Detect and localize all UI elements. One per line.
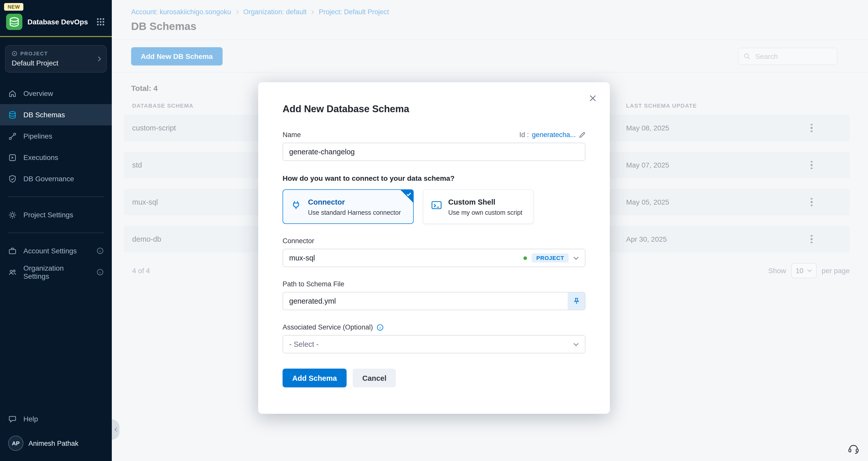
edit-id-icon[interactable] — [579, 131, 585, 138]
sidebar-item-db-governance[interactable]: DB Governance — [0, 168, 112, 189]
custom-shell-card-subtitle: Use my own custom script — [448, 209, 522, 216]
project-name: Default Project — [12, 59, 100, 67]
cancel-button[interactable]: Cancel — [353, 369, 396, 387]
avatar: AP — [8, 436, 23, 451]
sidebar-divider — [8, 233, 104, 233]
sidebar-item-project-settings[interactable]: Project Settings — [0, 204, 112, 225]
schema-id: Id : generatecha... — [519, 131, 585, 139]
sidebar-nav: Overview DB Schemas Pipelines Executions… — [0, 83, 112, 189]
modal-title: Add New Database Schema — [283, 104, 585, 115]
project-scope-label: PROJECT — [12, 51, 100, 56]
sidebar-item-overview[interactable]: Overview — [0, 83, 112, 104]
id-prefix: Id : — [519, 131, 529, 139]
terminal-icon — [431, 200, 442, 211]
sidebar-item-account-settings[interactable]: Account Settings — [0, 240, 112, 261]
module-grid-icon[interactable] — [97, 18, 105, 26]
connection-type-cards: Connector Use standard Harness connector… — [283, 189, 585, 224]
brand-row: Database DevOps — [0, 11, 112, 36]
sidebar-item-organization-settings[interactable]: Organization Settings — [0, 261, 112, 283]
chat-bubble-icon — [8, 415, 17, 423]
connection-question: How do you want to connect to your data … — [283, 174, 585, 182]
sidebar-item-db-schemas[interactable]: DB Schemas — [0, 104, 112, 125]
sidebar-item-executions[interactable]: Executions — [0, 147, 112, 168]
gear-icon — [8, 210, 17, 219]
help-button[interactable]: Help — [0, 408, 112, 430]
check-icon — [406, 191, 412, 197]
sidebar-item-pipelines[interactable]: Pipelines — [0, 125, 112, 147]
chevron-right-icon — [98, 56, 101, 62]
brand-underline — [0, 36, 112, 37]
new-badge: NEW — [4, 3, 23, 11]
id-value-link[interactable]: generatecha... — [532, 131, 576, 139]
chevron-down-icon — [573, 256, 579, 260]
brand-name: Database DevOps — [27, 18, 88, 26]
sidebar-item-label: Overview — [23, 89, 53, 97]
service-select[interactable]: - Select - — [283, 335, 585, 353]
sidebar-item-label: DB Schemas — [23, 111, 65, 119]
sidebar-item-label: DB Governance — [23, 175, 74, 183]
schema-path-input[interactable] — [283, 292, 585, 310]
pin-icon — [572, 297, 580, 305]
people-icon — [8, 268, 17, 276]
resource-center-icon[interactable] — [847, 442, 860, 455]
connector-card-subtitle: Use standard Harness connector — [308, 209, 401, 216]
custom-shell-card-title: Custom Shell — [448, 198, 495, 206]
user-menu[interactable]: AP Animesh Pathak — [0, 430, 112, 461]
connector-label: Connector — [283, 237, 585, 245]
sidebar-item-label: Pipelines — [23, 132, 52, 140]
shield-icon — [8, 174, 17, 183]
info-icon — [97, 269, 104, 276]
fixed-value-pin-button[interactable] — [568, 292, 585, 310]
sidebar-item-label: Account Settings — [23, 247, 77, 255]
chevron-down-icon — [573, 342, 579, 346]
connector-value: mux-sql — [289, 254, 315, 262]
sidebar-item-label: Executions — [23, 153, 58, 161]
service-label: Associated Service (Optional) — [283, 323, 585, 331]
scope-badge: PROJECT — [532, 253, 569, 262]
schema-name-input[interactable] — [283, 143, 585, 161]
briefcase-icon — [8, 246, 17, 255]
app-window: NEW Database DevOps PROJECT — [0, 0, 868, 461]
close-icon[interactable] — [587, 92, 599, 104]
chevron-left-icon — [114, 427, 117, 432]
path-label: Path to Schema File — [283, 280, 585, 288]
sidebar-item-label: Project Settings — [23, 211, 73, 219]
custom-shell-card[interactable]: Custom Shell Use my own custom script — [423, 189, 534, 224]
sidebar-item-label: Organization Settings — [23, 264, 90, 280]
info-icon[interactable] — [377, 324, 384, 331]
name-label: Name — [283, 131, 301, 139]
project-selector[interactable]: PROJECT Default Project — [5, 45, 107, 73]
service-placeholder: - Select - — [289, 340, 319, 348]
sidebar-divider — [8, 196, 104, 197]
target-icon — [12, 51, 17, 56]
plug-icon — [291, 200, 302, 211]
database-icon — [8, 110, 17, 119]
home-icon — [8, 89, 17, 98]
pipelines-icon — [8, 132, 17, 140]
add-schema-modal: Add New Database Schema Name Id : genera… — [258, 82, 610, 414]
user-name: Animesh Pathak — [28, 439, 79, 447]
connector-select[interactable]: mux-sql PROJECT — [283, 249, 585, 267]
connector-status-dot — [523, 256, 527, 260]
executions-icon — [8, 153, 17, 162]
connector-card[interactable]: Connector Use standard Harness connector — [283, 189, 414, 224]
sidebar: NEW Database DevOps PROJECT — [0, 0, 112, 461]
help-label: Help — [23, 415, 38, 423]
app-logo-icon — [6, 14, 22, 30]
connector-card-title: Connector — [308, 198, 345, 206]
add-schema-submit-button[interactable]: Add Schema — [283, 369, 347, 387]
info-icon — [97, 247, 104, 254]
